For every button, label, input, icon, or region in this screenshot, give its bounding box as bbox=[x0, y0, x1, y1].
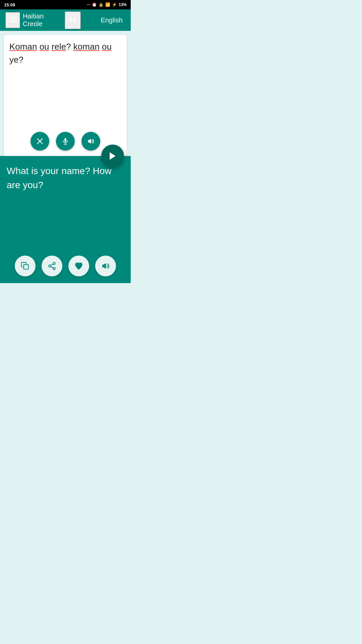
main-content: Koman ou rele? koman ou ye? bbox=[0, 31, 131, 283]
svg-rect-5 bbox=[64, 138, 66, 142]
charging-icon: ⚡ bbox=[112, 2, 117, 7]
target-actions bbox=[0, 256, 131, 276]
microphone-button[interactable] bbox=[56, 132, 75, 151]
source-speak-button[interactable] bbox=[81, 132, 100, 151]
target-language-label[interactable]: English bbox=[81, 16, 125, 24]
source-language-label[interactable]: Haitian Creole bbox=[20, 12, 65, 28]
svg-rect-0 bbox=[9, 17, 17, 18]
status-bar: 15:08 ··· ⏰ 🔒 📶 ⚡ 13% bbox=[0, 0, 131, 9]
status-icons: ··· ⏰ 🔒 📶 ⚡ 13% bbox=[87, 2, 127, 7]
sim-icon: 🔒 bbox=[99, 2, 104, 7]
target-text: What is your name? How are you? bbox=[7, 164, 124, 192]
svg-line-15 bbox=[51, 267, 53, 268]
menu-button[interactable] bbox=[5, 12, 20, 28]
favorite-button[interactable] bbox=[68, 256, 89, 276]
status-time: 15:08 bbox=[4, 2, 15, 7]
svg-marker-16 bbox=[102, 263, 106, 269]
status-dots: ··· bbox=[87, 2, 90, 7]
source-word-ou2: ou bbox=[102, 42, 112, 52]
source-text[interactable]: Koman ou rele? koman ou ye? bbox=[9, 40, 121, 66]
target-panel: What is your name? How are you? bbox=[0, 156, 131, 283]
battery-level: 13% bbox=[119, 2, 127, 7]
source-word-koman1: Koman bbox=[9, 42, 37, 52]
svg-marker-9 bbox=[110, 152, 116, 160]
source-word-rele: rele bbox=[52, 42, 66, 52]
signal-icon: 📶 bbox=[105, 2, 110, 7]
toolbar: Haitian Creole English bbox=[0, 9, 131, 31]
svg-rect-10 bbox=[24, 265, 28, 269]
translate-fab-button[interactable] bbox=[101, 145, 124, 167]
svg-marker-8 bbox=[88, 139, 91, 144]
svg-line-14 bbox=[51, 264, 53, 265]
source-panel: Koman ou rele? koman ou ye? bbox=[4, 35, 127, 156]
copy-button[interactable] bbox=[15, 256, 36, 276]
source-word-ou1: ou bbox=[40, 42, 49, 52]
svg-rect-1 bbox=[9, 19, 17, 20]
swap-languages-button[interactable] bbox=[65, 11, 81, 29]
svg-rect-2 bbox=[9, 21, 17, 22]
target-speak-button[interactable] bbox=[95, 256, 116, 276]
source-word-koman2: koman bbox=[73, 42, 100, 52]
clear-button[interactable] bbox=[31, 132, 49, 151]
alarm-icon: ⏰ bbox=[92, 2, 97, 7]
share-button[interactable] bbox=[42, 256, 62, 276]
